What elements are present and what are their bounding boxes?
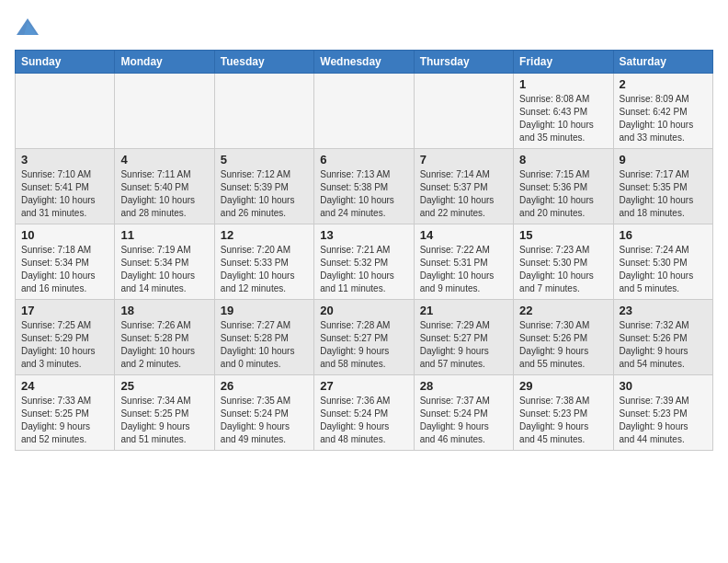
day-number: 9	[620, 153, 707, 167]
calendar-cell: 7Sunrise: 7:14 AM Sunset: 5:37 PM Daylig…	[414, 149, 513, 224]
day-info: Sunrise: 7:10 AM Sunset: 5:41 PM Dayligh…	[21, 168, 108, 220]
calendar-cell: 15Sunrise: 7:23 AM Sunset: 5:30 PM Dayli…	[514, 224, 613, 300]
day-info: Sunrise: 7:34 AM Sunset: 5:25 PM Dayligh…	[120, 395, 208, 446]
day-number: 12	[221, 228, 308, 242]
day-number: 8	[519, 153, 607, 167]
calendar-cell: 26Sunrise: 7:35 AM Sunset: 5:24 PM Dayli…	[214, 375, 313, 451]
calendar-cell: 6Sunrise: 7:13 AM Sunset: 5:38 PM Daylig…	[314, 149, 414, 224]
day-number: 13	[320, 228, 407, 242]
day-info: Sunrise: 7:11 AM Sunset: 5:40 PM Dayligh…	[120, 168, 208, 220]
day-info: Sunrise: 7:17 AM Sunset: 5:35 PM Dayligh…	[620, 168, 707, 220]
weekday-header-row: SundayMondayTuesdayWednesdayThursdayFrid…	[16, 51, 713, 74]
day-number: 6	[320, 153, 407, 167]
day-info: Sunrise: 7:29 AM Sunset: 5:27 PM Dayligh…	[420, 319, 507, 371]
day-number: 18	[120, 304, 208, 317]
day-number: 2	[620, 77, 707, 91]
day-info: Sunrise: 7:22 AM Sunset: 5:31 PM Dayligh…	[420, 244, 507, 295]
day-info: Sunrise: 7:38 AM Sunset: 5:23 PM Dayligh…	[519, 395, 607, 446]
day-number: 23	[620, 304, 707, 317]
day-info: Sunrise: 7:24 AM Sunset: 5:30 PM Dayligh…	[620, 244, 707, 295]
calendar-cell: 13Sunrise: 7:21 AM Sunset: 5:32 PM Dayli…	[314, 224, 414, 300]
calendar-table: SundayMondayTuesdayWednesdayThursdayFrid…	[15, 50, 713, 451]
calendar-cell	[115, 74, 214, 149]
day-info: Sunrise: 7:32 AM Sunset: 5:26 PM Dayligh…	[620, 319, 707, 371]
logo	[15, 15, 44, 40]
calendar-cell: 14Sunrise: 7:22 AM Sunset: 5:31 PM Dayli…	[414, 224, 513, 300]
calendar-cell	[214, 74, 313, 149]
day-number: 4	[120, 153, 208, 167]
day-info: Sunrise: 7:23 AM Sunset: 5:30 PM Dayligh…	[519, 244, 607, 295]
weekday-header-thursday: Thursday	[414, 51, 513, 74]
day-info: Sunrise: 7:14 AM Sunset: 5:37 PM Dayligh…	[420, 168, 507, 220]
calendar-cell: 29Sunrise: 7:38 AM Sunset: 5:23 PM Dayli…	[514, 375, 613, 451]
day-info: Sunrise: 8:08 AM Sunset: 6:43 PM Dayligh…	[519, 93, 607, 144]
calendar-cell: 8Sunrise: 7:15 AM Sunset: 5:36 PM Daylig…	[514, 149, 613, 224]
day-number: 3	[21, 153, 108, 167]
calendar-cell: 2Sunrise: 8:09 AM Sunset: 6:42 PM Daylig…	[613, 74, 712, 149]
day-info: Sunrise: 7:26 AM Sunset: 5:28 PM Dayligh…	[120, 319, 208, 371]
day-info: Sunrise: 7:30 AM Sunset: 5:26 PM Dayligh…	[519, 319, 607, 371]
calendar-cell: 1Sunrise: 8:08 AM Sunset: 6:43 PM Daylig…	[514, 74, 613, 149]
day-info: Sunrise: 7:15 AM Sunset: 5:36 PM Dayligh…	[519, 168, 607, 220]
day-info: Sunrise: 7:19 AM Sunset: 5:34 PM Dayligh…	[120, 244, 208, 295]
calendar-cell: 4Sunrise: 7:11 AM Sunset: 5:40 PM Daylig…	[115, 149, 214, 224]
day-number: 5	[221, 153, 308, 167]
calendar-cell: 20Sunrise: 7:28 AM Sunset: 5:27 PM Dayli…	[314, 300, 414, 375]
calendar-cell	[16, 74, 115, 149]
calendar-cell: 11Sunrise: 7:19 AM Sunset: 5:34 PM Dayli…	[115, 224, 214, 300]
day-number: 22	[519, 304, 607, 317]
calendar-week-5: 24Sunrise: 7:33 AM Sunset: 5:25 PM Dayli…	[16, 375, 713, 451]
day-info: Sunrise: 7:21 AM Sunset: 5:32 PM Dayligh…	[320, 244, 407, 295]
day-number: 28	[420, 379, 507, 393]
day-info: Sunrise: 7:35 AM Sunset: 5:24 PM Dayligh…	[221, 395, 308, 446]
calendar-cell: 9Sunrise: 7:17 AM Sunset: 5:35 PM Daylig…	[613, 149, 712, 224]
day-number: 10	[21, 228, 108, 242]
calendar-cell: 24Sunrise: 7:33 AM Sunset: 5:25 PM Dayli…	[16, 375, 115, 451]
day-info: Sunrise: 7:33 AM Sunset: 5:25 PM Dayligh…	[21, 395, 108, 446]
day-info: Sunrise: 8:09 AM Sunset: 6:42 PM Dayligh…	[620, 93, 707, 144]
weekday-header-friday: Friday	[514, 51, 613, 74]
logo-icon	[15, 15, 40, 40]
weekday-header-monday: Monday	[115, 51, 214, 74]
calendar-cell: 18Sunrise: 7:26 AM Sunset: 5:28 PM Dayli…	[115, 300, 214, 375]
calendar-cell: 27Sunrise: 7:36 AM Sunset: 5:24 PM Dayli…	[314, 375, 414, 451]
day-number: 25	[120, 379, 208, 393]
calendar-cell: 10Sunrise: 7:18 AM Sunset: 5:34 PM Dayli…	[16, 224, 115, 300]
calendar-body: 1Sunrise: 8:08 AM Sunset: 6:43 PM Daylig…	[16, 74, 713, 451]
day-number: 19	[221, 304, 308, 317]
day-info: Sunrise: 7:37 AM Sunset: 5:24 PM Dayligh…	[420, 395, 507, 446]
calendar-cell: 17Sunrise: 7:25 AM Sunset: 5:29 PM Dayli…	[16, 300, 115, 375]
weekday-header-sunday: Sunday	[16, 51, 115, 74]
calendar-cell: 5Sunrise: 7:12 AM Sunset: 5:39 PM Daylig…	[214, 149, 313, 224]
weekday-header-tuesday: Tuesday	[214, 51, 313, 74]
weekday-header-saturday: Saturday	[613, 51, 712, 74]
calendar-cell: 25Sunrise: 7:34 AM Sunset: 5:25 PM Dayli…	[115, 375, 214, 451]
day-info: Sunrise: 7:27 AM Sunset: 5:28 PM Dayligh…	[221, 319, 308, 371]
day-number: 17	[21, 304, 108, 317]
day-info: Sunrise: 7:25 AM Sunset: 5:29 PM Dayligh…	[21, 319, 108, 371]
calendar-week-1: 1Sunrise: 8:08 AM Sunset: 6:43 PM Daylig…	[16, 74, 713, 149]
weekday-header-wednesday: Wednesday	[314, 51, 414, 74]
day-info: Sunrise: 7:36 AM Sunset: 5:24 PM Dayligh…	[320, 395, 407, 446]
day-number: 1	[519, 77, 607, 91]
calendar-week-3: 10Sunrise: 7:18 AM Sunset: 5:34 PM Dayli…	[16, 224, 713, 300]
calendar-cell: 3Sunrise: 7:10 AM Sunset: 5:41 PM Daylig…	[16, 149, 115, 224]
calendar-cell	[414, 74, 513, 149]
calendar-cell: 30Sunrise: 7:39 AM Sunset: 5:23 PM Dayli…	[613, 375, 712, 451]
day-number: 21	[420, 304, 507, 317]
day-number: 11	[120, 228, 208, 242]
calendar-header: SundayMondayTuesdayWednesdayThursdayFrid…	[16, 51, 713, 74]
day-info: Sunrise: 7:28 AM Sunset: 5:27 PM Dayligh…	[320, 319, 407, 371]
day-number: 30	[620, 379, 707, 393]
calendar-cell: 23Sunrise: 7:32 AM Sunset: 5:26 PM Dayli…	[613, 300, 712, 375]
day-info: Sunrise: 7:13 AM Sunset: 5:38 PM Dayligh…	[320, 168, 407, 220]
day-number: 27	[320, 379, 407, 393]
day-number: 26	[221, 379, 308, 393]
day-number: 7	[420, 153, 507, 167]
calendar-cell	[314, 74, 414, 149]
day-number: 15	[519, 228, 607, 242]
calendar-cell: 16Sunrise: 7:24 AM Sunset: 5:30 PM Dayli…	[613, 224, 712, 300]
day-info: Sunrise: 7:39 AM Sunset: 5:23 PM Dayligh…	[620, 395, 707, 446]
calendar-cell: 22Sunrise: 7:30 AM Sunset: 5:26 PM Dayli…	[514, 300, 613, 375]
calendar-week-4: 17Sunrise: 7:25 AM Sunset: 5:29 PM Dayli…	[16, 300, 713, 375]
